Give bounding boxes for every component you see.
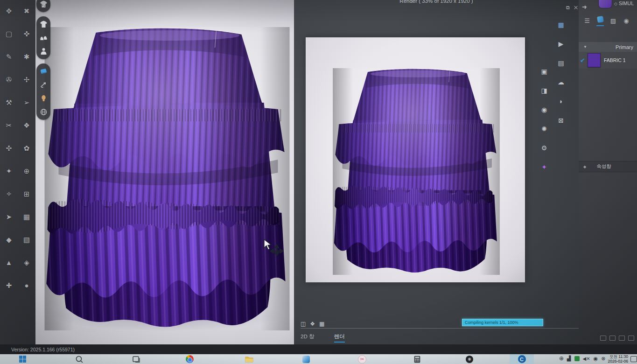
- show-clothes-toggle[interactable]: [39, 20, 48, 29]
- needle-pin-tool[interactable]: ✧: [3, 189, 15, 199]
- task-view-button[interactable]: [132, 355, 141, 363]
- sewing-machine-tool[interactable]: ✇: [3, 74, 15, 84]
- tack-on-avatar-tool[interactable]: ✢: [21, 74, 33, 84]
- volume-muted-icon[interactable]: ◀✕: [583, 356, 590, 361]
- clo-app-button[interactable]: C: [517, 355, 526, 363]
- surface-toggle-group: [36, 63, 50, 120]
- file-explorer-button[interactable]: [245, 355, 254, 363]
- image-sequence-icon[interactable]: ▤: [555, 58, 567, 68]
- close-panel-icon[interactable]: ✕: [574, 5, 582, 10]
- print-layout-icon[interactable]: ▨: [609, 16, 617, 25]
- 3d-viewport[interactable]: [35, 0, 294, 344]
- segment-sewing-tool[interactable]: ⚒: [3, 97, 15, 107]
- flatten-tool[interactable]: ❖: [21, 120, 33, 130]
- seam-tape-tool[interactable]: ▦: [21, 211, 33, 222]
- camera-lock-icon[interactable]: ⊠: [555, 115, 567, 126]
- ai-enhance-icon[interactable]: ✦: [539, 162, 550, 172]
- cloud-render-icon[interactable]: ☁: [555, 77, 567, 87]
- schedule-render-icon[interactable]: ▦: [555, 20, 567, 30]
- layout-button[interactable]: [609, 336, 616, 341]
- buttonhole-tool[interactable]: ⊕: [21, 166, 33, 176]
- person-icon: [40, 48, 48, 55]
- garment-fit-tool[interactable]: ✚: [3, 280, 15, 290]
- topstitch-tool[interactable]: ●: [21, 280, 33, 290]
- render-properties-icon[interactable]: ⚙: [539, 143, 550, 153]
- texture-view-toggle[interactable]: [39, 67, 48, 76]
- quad-view-icon[interactable]: ❖: [310, 321, 315, 327]
- float-panel-icon[interactable]: ⧉: [566, 5, 574, 10]
- show-avatar-toggle[interactable]: [39, 47, 48, 56]
- blue-app-icon: [302, 356, 310, 363]
- reset-view-icon[interactable]: ◫: [301, 321, 306, 327]
- gpu-tray-icon[interactable]: [574, 356, 580, 361]
- obs-icon: ❋: [466, 356, 473, 363]
- network-signal-icon[interactable]: ▟: [567, 356, 571, 362]
- button-tab-icon[interactable]: ◉: [623, 16, 630, 25]
- shade-preview-icon[interactable]: ◗: [555, 96, 567, 106]
- free-sewing-tool[interactable]: ✂: [3, 120, 15, 130]
- snip-app-button[interactable]: ✂: [357, 355, 367, 363]
- pin-tack-tool[interactable]: ✣: [3, 143, 15, 153]
- notification-center-icon[interactable]: [630, 356, 637, 362]
- render-canvas[interactable]: [306, 37, 525, 282]
- show-garment-toggle[interactable]: [39, 0, 48, 9]
- render-image-icon[interactable]: ▣: [539, 66, 550, 77]
- camera-properties-icon[interactable]: ◉: [539, 105, 550, 115]
- checkmark-icon[interactable]: ✔: [580, 57, 585, 64]
- property-window-tabbar[interactable]: ◆ 속성창: [579, 161, 637, 172]
- blue-app-button[interactable]: [301, 355, 311, 363]
- primary-section-header[interactable]: ▼ Primary: [579, 42, 637, 52]
- light-properties-icon[interactable]: ✺: [539, 124, 550, 134]
- taskbar-clock[interactable]: 오전 11:30 2026-02-06: [607, 354, 628, 364]
- layout-button[interactable]: [619, 336, 625, 341]
- wind-controller-tool[interactable]: ✱: [21, 51, 33, 62]
- solidify-tool[interactable]: ✦: [3, 166, 15, 176]
- garment-3d-skirt[interactable]: [44, 27, 290, 330]
- folder-icon: [245, 356, 253, 363]
- mesh-globe-icon: [40, 108, 48, 116]
- calculator-button[interactable]: [413, 355, 422, 363]
- start-button[interactable]: [18, 355, 27, 363]
- layout-button[interactable]: [600, 336, 606, 341]
- wireframe-globe-toggle[interactable]: [39, 107, 48, 117]
- panel-window-controls: ⧉✕➜: [566, 5, 591, 11]
- arrange-tool[interactable]: ➢: [21, 97, 33, 107]
- tab-render[interactable]: 렌더: [334, 333, 345, 343]
- fabric-tab-icon[interactable]: [596, 15, 604, 26]
- tab-2d-window[interactable]: 2D 창: [301, 333, 314, 342]
- binding-tool[interactable]: ◈: [21, 257, 33, 267]
- search-button[interactable]: [75, 355, 84, 363]
- button-tool[interactable]: ✿: [21, 143, 33, 153]
- image-properties-icon[interactable]: ◨: [539, 85, 550, 96]
- fabric-swatch-shape: [597, 16, 604, 23]
- language-globe-icon[interactable]: ⊕: [559, 355, 564, 362]
- fabric-strip-tool[interactable]: ▧: [21, 234, 33, 245]
- tool-glyph: ◆: [6, 236, 12, 243]
- object-list-icon[interactable]: ☰: [583, 16, 591, 25]
- pin-tool[interactable]: ✜: [21, 28, 33, 39]
- zipper-tool[interactable]: ⊞: [21, 189, 33, 199]
- fabric-color-swatch[interactable]: [588, 53, 601, 67]
- status-x-icon[interactable]: ⊗: [601, 356, 605, 362]
- measure-tape-tool[interactable]: ▲: [3, 257, 15, 267]
- chrome-taskbar-item[interactable]: [185, 355, 194, 363]
- grading-tool[interactable]: ➤: [3, 211, 15, 222]
- marquee-select-tool[interactable]: ▢: [3, 28, 15, 39]
- fold-arrangement-tool[interactable]: ◆: [3, 234, 15, 245]
- avatar-head-toggle[interactable]: [39, 94, 48, 103]
- obs-tray-icon[interactable]: ◉: [594, 356, 598, 362]
- garment-toggle-group: [36, 0, 50, 12]
- expand-panel-icon[interactable]: ➜: [582, 5, 591, 10]
- select-move-tool[interactable]: ✥: [3, 6, 15, 16]
- layout-button[interactable]: [628, 336, 634, 341]
- show-shoes-toggle[interactable]: [39, 33, 48, 42]
- tool-glyph: ⊕: [24, 168, 30, 175]
- fabric-list-item[interactable]: ✔ FABRIC 1: [579, 52, 637, 69]
- render-video-icon[interactable]: ▶: [555, 39, 567, 49]
- grid-view-icon[interactable]: ▦: [319, 321, 324, 327]
- edit-sketch-tool[interactable]: ✎: [3, 51, 15, 62]
- simulate-tool[interactable]: ✖: [21, 6, 33, 16]
- stylist-view-toggle[interactable]: [39, 80, 48, 90]
- render-window-title: Render ( 33% of 1920 x 1920 ): [294, 0, 579, 4]
- obs-button[interactable]: ❋: [465, 355, 474, 363]
